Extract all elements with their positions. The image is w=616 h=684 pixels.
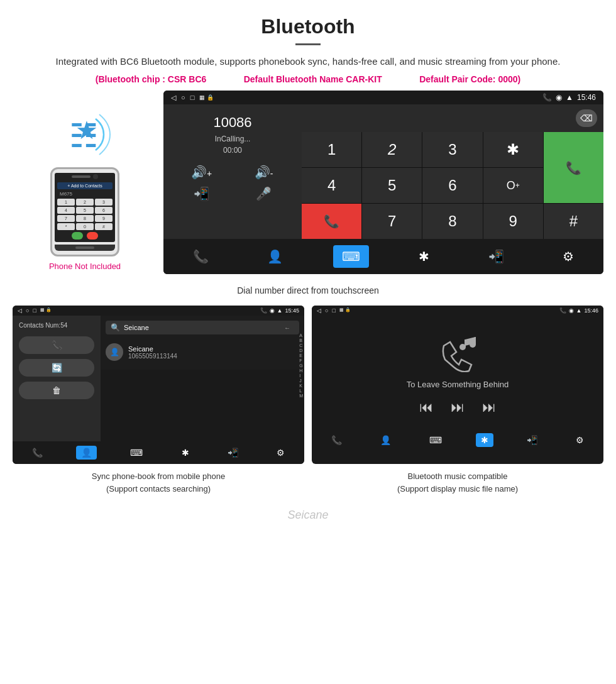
numpad-9[interactable]: 9 bbox=[483, 204, 543, 239]
numpad-3[interactable]: 3 bbox=[422, 132, 482, 167]
music-prev-btn[interactable]: ⏮ bbox=[419, 399, 433, 416]
dialpad-8[interactable]: 8 bbox=[76, 215, 94, 222]
dialpad-5[interactable]: 5 bbox=[76, 207, 94, 214]
alpha-m: M bbox=[299, 394, 303, 398]
dial-delete-btn[interactable]: ⌫ bbox=[576, 109, 597, 127]
phone-dialpad: 1 2 3 4 5 6 7 8 9 * 0 # bbox=[57, 199, 113, 230]
contacts-main: Contacts Num:54 📞 🔄 🗑 🔍 ← 👤 bbox=[13, 316, 304, 441]
dialpad-9[interactable]: 9 bbox=[95, 215, 113, 222]
numpad-star[interactable]: ✱ bbox=[483, 132, 543, 167]
dialpad-hash[interactable]: # bbox=[95, 223, 113, 230]
music-bottom-transfer-btn[interactable]: 📲 bbox=[522, 433, 542, 447]
main-content: ★ ☷ + Add to Contacts M675 bbox=[0, 91, 616, 528]
numpad-hash[interactable]: # bbox=[544, 204, 603, 239]
numpad-8[interactable]: 8 bbox=[422, 204, 482, 239]
numpad-2[interactable]: 2 bbox=[362, 132, 422, 167]
music-bottom-bluetooth-btn[interactable]: ✱ bbox=[476, 433, 493, 447]
numpad-5[interactable]: 5 bbox=[362, 168, 422, 203]
phone-mockup: + Add to Contacts M675 1 2 3 4 5 6 7 8 9… bbox=[50, 167, 119, 256]
music-bottom-phone-btn[interactable]: 📞 bbox=[326, 433, 347, 447]
numpad-6[interactable]: 6 bbox=[422, 168, 482, 203]
dial-status-bar: ◁ ○ □ ▦ 🔒 📞 ◉ ▲ 15:46 bbox=[163, 91, 603, 104]
contacts-search-input[interactable] bbox=[124, 324, 284, 331]
contacts-back-arrow[interactable]: ← bbox=[284, 324, 290, 331]
music-next-btn[interactable]: ⏭ bbox=[482, 399, 496, 416]
contact-info: Seicane 10655059113144 bbox=[128, 345, 177, 360]
contacts-call-btn[interactable]: 📞 bbox=[19, 336, 94, 354]
back-icon[interactable]: ◁ bbox=[171, 94, 176, 102]
music-status-bar: ◁ ○ □ ▦ 🔒 📞 ◉ ▲ 15:46 bbox=[312, 306, 603, 316]
contacts-count: Contacts Num:54 bbox=[19, 322, 94, 329]
numpad-4[interactable]: 4 bbox=[302, 168, 361, 203]
phone-green-call-btn[interactable] bbox=[72, 232, 83, 240]
music-bottom-dialpad-btn[interactable]: ⌨ bbox=[424, 433, 447, 447]
music-back-icon[interactable]: ◁ bbox=[317, 307, 321, 314]
dial-bottom-bluetooth-btn[interactable]: ✱ bbox=[410, 245, 438, 268]
phone-screen-header: + Add to Contacts bbox=[57, 182, 113, 189]
transfer-btn[interactable]: 📲 bbox=[173, 186, 229, 201]
contacts-bottom-dialpad-btn[interactable]: ⌨ bbox=[125, 446, 148, 460]
dial-timer: 00:00 bbox=[173, 146, 292, 155]
contacts-home-icon[interactable]: ○ bbox=[26, 307, 29, 314]
contacts-search-bar[interactable]: 🔍 ← bbox=[106, 321, 299, 334]
music-play-btn[interactable]: ⏭ bbox=[451, 399, 465, 416]
volume-up-btn[interactable]: 🔊+ bbox=[173, 165, 229, 180]
phone-dialpad-display: M675 bbox=[57, 191, 113, 197]
contacts-bottom-contact-btn[interactable]: 👤 bbox=[76, 446, 97, 460]
dialpad-1[interactable]: 1 bbox=[57, 199, 75, 206]
wifi-signal-icon: ▲ bbox=[566, 93, 573, 102]
alpha-c: C bbox=[299, 343, 303, 348]
dialpad-6[interactable]: 6 bbox=[95, 207, 113, 214]
alpha-j: J bbox=[299, 378, 303, 383]
contacts-phone-icon: 📞 bbox=[260, 307, 267, 314]
recents-icon[interactable]: □ bbox=[190, 94, 195, 101]
dial-bottom-contact-btn[interactable]: 👤 bbox=[258, 245, 292, 268]
dial-bottom-settings-btn[interactable]: ⚙ bbox=[554, 245, 583, 268]
music-controls: ⏮ ⏭ ⏭ bbox=[419, 399, 496, 416]
music-home-icon[interactable]: ○ bbox=[325, 307, 328, 314]
numpad-end-btn[interactable]: 📞 bbox=[302, 204, 361, 239]
numpad-0plus[interactable]: O+ bbox=[483, 168, 543, 203]
dialpad-star[interactable]: * bbox=[57, 223, 75, 230]
sim-icon: ▦ 🔒 bbox=[199, 94, 214, 101]
music-time: 15:46 bbox=[584, 307, 598, 314]
dialpad-0[interactable]: 0 bbox=[76, 223, 94, 230]
music-recents-icon[interactable]: □ bbox=[332, 307, 335, 314]
dialpad-2[interactable]: 2 bbox=[76, 199, 94, 206]
contacts-caption-line1: Sync phone-book from mobile phone bbox=[92, 472, 225, 481]
dial-right-panel: ⌫ 1 2 3 ✱ 📞 4 5 6 O+ 📞 7 8 bbox=[302, 104, 603, 239]
dial-bottom-transfer-btn[interactable]: 📲 bbox=[480, 245, 513, 268]
dialpad-4[interactable]: 4 bbox=[57, 207, 75, 214]
numpad-7[interactable]: 7 bbox=[362, 204, 422, 239]
home-icon[interactable]: ○ bbox=[181, 94, 185, 101]
contacts-bottom-transfer-btn[interactable]: 📲 bbox=[223, 446, 243, 460]
music-bottom-settings-btn[interactable]: ⚙ bbox=[571, 433, 589, 447]
contacts-bottom-bluetooth-btn[interactable]: ✱ bbox=[177, 446, 194, 460]
contacts-delete-btn[interactable]: 🗑 bbox=[19, 382, 94, 399]
contacts-status-right: 📞 ◉ ▲ 15:45 bbox=[260, 307, 299, 314]
music-bottom-contact-btn[interactable]: 👤 bbox=[375, 433, 396, 447]
contacts-left-panel: Contacts Num:54 📞 🔄 🗑 bbox=[13, 316, 101, 441]
numpad-1[interactable]: 1 bbox=[302, 132, 361, 167]
contacts-refresh-btn[interactable]: 🔄 bbox=[19, 359, 94, 377]
contacts-time: 15:45 bbox=[285, 307, 299, 314]
contact-list-item[interactable]: 👤 Seicane 10655059113144 bbox=[101, 339, 304, 365]
contacts-back-icon[interactable]: ◁ bbox=[18, 307, 22, 314]
contacts-bottom-settings-btn[interactable]: ⚙ bbox=[272, 446, 290, 460]
music-caption: Bluetooth music compatible (Support disp… bbox=[312, 470, 603, 495]
numpad-call-btn[interactable]: 📞 bbox=[544, 132, 603, 203]
phone-red-end-btn[interactable] bbox=[87, 232, 98, 240]
dialpad-3[interactable]: 3 bbox=[95, 199, 113, 206]
top-row: ★ ☷ + Add to Contacts M675 bbox=[13, 91, 603, 274]
dial-bottom-phone-btn[interactable]: 📞 bbox=[184, 245, 217, 268]
contacts-recents-icon[interactable]: □ bbox=[33, 307, 36, 314]
mic-btn[interactable]: 🎤 bbox=[236, 186, 292, 201]
contacts-sim-icon: ▦ 🔒 bbox=[40, 307, 52, 314]
dial-bottom-dialpad-btn[interactable]: ⌨ bbox=[333, 245, 369, 268]
contacts-status-bar: ◁ ○ □ ▦ 🔒 📞 ◉ ▲ 15:45 bbox=[13, 306, 304, 316]
dial-number-display: 10086 bbox=[173, 114, 292, 131]
contacts-bottom-phone-btn[interactable]: 📞 bbox=[27, 446, 48, 460]
volume-down-btn[interactable]: 🔊- bbox=[236, 165, 292, 180]
dialpad-7[interactable]: 7 bbox=[57, 215, 75, 222]
contact-number: 10655059113144 bbox=[128, 353, 177, 360]
